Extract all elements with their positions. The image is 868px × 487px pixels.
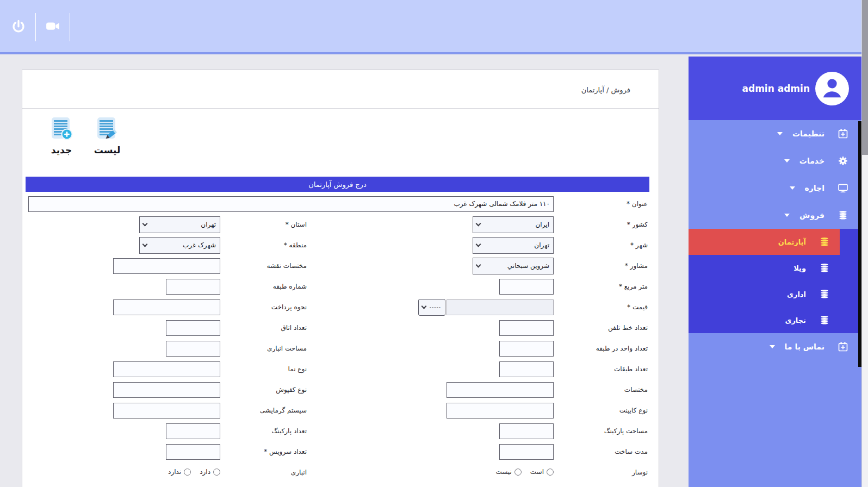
heating-system-input[interactable] [113,403,220,419]
field-label-city: شهر * [554,241,649,249]
district-select[interactable]: شهرک غرب [139,237,220,254]
field-cell-price: ----- [308,299,554,316]
rooms-count-input[interactable] [166,320,220,336]
field-cell-floors-count [308,361,554,377]
map-coordinates-input[interactable] [113,258,220,274]
field-cell-payment-method [26,299,220,315]
construction-time-input[interactable] [499,444,554,460]
calendar-plus-icon [838,128,848,139]
has-storage-option-1: ندارد [168,468,191,476]
field-label-consultant: مشاور * [554,262,649,270]
page: { "header": { "icons": [ { "name": "powe… [0,0,868,487]
field-label-country: کشور * [554,221,649,228]
form-row-5: قیمت *-----نحوه پرداخت [26,297,649,317]
bathrooms-count-input[interactable] [166,444,220,460]
floor-number-input[interactable] [166,279,220,295]
has-storage-radio[interactable] [184,469,191,476]
sidebar-user-section: admin admin [689,57,861,120]
select-value: شروین سبحاني [507,262,549,270]
cabinet-type-input[interactable] [447,403,554,419]
sidebar-subitem-label: ویلا [793,264,806,272]
parking-count-input[interactable] [166,423,220,439]
sidebar-item-3[interactable]: فروش [689,202,861,229]
sidebar: admin admin تنظیماتخدماتاجارهفروش آپارتم… [689,57,861,487]
field-cell-rooms-count [26,320,220,336]
form-row-10: نوع کابینتسیستم گرمایشی [26,400,649,421]
form-row-0: عنوان * [26,193,649,214]
features-input[interactable] [447,382,554,398]
flooring-type-input[interactable] [113,382,220,398]
chevron-down-icon [790,186,795,190]
newly-built-radio[interactable] [547,469,554,476]
sidebar-subitem-1[interactable]: ویلا [689,255,840,281]
parking-area-input[interactable] [499,423,554,439]
price-unit-select[interactable]: ----- [418,299,445,316]
units-per-floor-input[interactable] [499,341,554,357]
form-row-7: تعداد واحد در طبقهمساحت انباری [26,338,649,359]
new-button[interactable]: جدید [46,116,77,155]
sidebar-item-label: تنظیمات [792,129,824,138]
sidebar-item-label: خدمات [799,157,824,165]
chevron-down-icon [777,132,783,135]
select-value: تهران [534,241,549,249]
power-icon [10,18,27,36]
city-select[interactable]: تهران [473,237,554,254]
select-value: ----- [430,304,441,310]
facade-type-input[interactable] [113,361,220,377]
consultant-select[interactable]: شروین سبحاني [473,258,554,274]
sidebar-item-2[interactable]: اجاره [689,174,861,202]
sidebar-item-1[interactable]: خدمات [689,147,861,174]
power-button[interactable] [7,15,30,39]
sidebar-item-0[interactable]: تنظیمات [689,120,861,147]
page-scrollbar-thumb[interactable] [862,0,868,155]
sidebar-subitem-2[interactable]: اداری [689,281,840,307]
floors-count-input[interactable] [499,361,554,377]
field-label-parking-count: تعداد پارکینگ [220,427,308,435]
radio-label: است [530,468,544,476]
field-label-district: منطقه * [220,241,308,249]
header-separator [70,13,70,41]
field-cell-country: ایران [308,216,554,233]
chevron-down-icon [142,221,148,227]
database-icon [819,263,830,273]
sidebar-item-contact-us[interactable]: تماس با ما [689,333,861,360]
page-scrollbar[interactable] [861,0,868,487]
storage-area-input[interactable] [166,341,220,357]
field-label-rooms-count: تعداد اتاق [220,324,308,332]
field-label-flooring-type: نوع کفپوش [220,386,308,394]
country-select[interactable]: ایران [473,216,554,233]
form-row-1: کشور *ایراناستان *تهران [26,214,649,235]
video-button[interactable] [41,15,65,39]
field-cell-features [308,382,554,398]
field-cell-storage-area [26,341,220,357]
payment-method-input[interactable] [113,299,220,315]
title-input[interactable] [28,196,554,212]
newly-built-radio[interactable] [514,469,522,476]
select-value: شهرک غرب [183,241,216,249]
toolbar-button-label: جدید [51,145,72,155]
list-button[interactable]: لیست [92,116,122,155]
field-cell-units-per-floor [308,341,554,357]
field-label-price: قیمت * [554,303,649,311]
doc-pencil-icon [95,116,120,143]
square-meters-input[interactable] [499,279,554,295]
field-cell-consultant: شروین سبحاني [308,258,554,274]
province-select[interactable]: تهران [139,216,220,233]
sidebar-submenu: آپارتمانویلااداریتجاری [689,229,861,333]
monitor-icon [838,183,848,193]
breadcrumb: فروش / آپارتمان [581,86,630,94]
database-icon [819,315,830,326]
price-input[interactable] [447,299,554,315]
newly-built-option-1: نیست [495,468,521,476]
has-storage-radio[interactable] [213,469,220,476]
field-cell-construction-time [308,444,554,460]
phone-lines-input[interactable] [499,320,554,336]
field-cell-newly-built: استنیست [308,467,554,478]
field-label-cabinet-type: نوع کابینت [554,407,649,414]
sidebar-subitem-3[interactable]: تجاری [689,307,840,333]
chevron-down-icon [770,345,775,348]
sidebar-subitem-0[interactable]: آپارتمان [689,229,840,255]
sidebar-scrollbar-thumb[interactable] [858,121,861,367]
field-label-map-coordinates: مختصات نقشه [220,262,308,270]
field-label-phone-lines: تعداد خط تلفن [554,324,649,332]
